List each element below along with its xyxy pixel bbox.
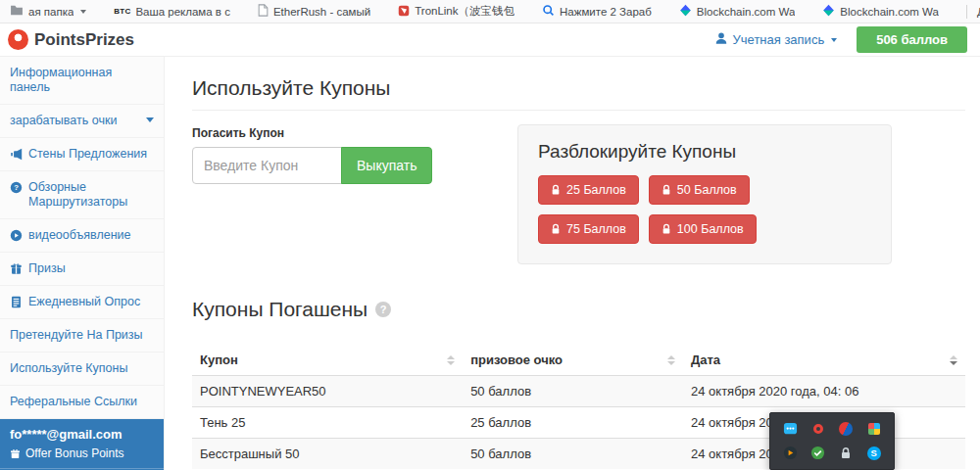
- account-note: Offer Bonus Points: [25, 446, 124, 460]
- column-header-coupon[interactable]: Купон: [192, 345, 463, 376]
- bookmarks-bar: ая папка BTC Ваша реклама в с EtherRush …: [0, 0, 980, 24]
- sidebar-item-label: Обзорные Маршрутизаторы: [28, 180, 154, 210]
- tray-chat-icon[interactable]: [782, 421, 798, 437]
- unlock-button-label: 50 Баллов: [677, 183, 737, 197]
- sort-icon: [447, 355, 455, 365]
- table-row: POINTYNEWYEAR50 50 баллов 24 октября 202…: [192, 376, 965, 407]
- bookmark-blockchain-2[interactable]: Blockchain.com Wa: [822, 4, 939, 19]
- search-icon: [542, 4, 555, 19]
- system-tray-popup: S: [769, 412, 895, 470]
- bookmark-label: Blockchain.com Wa: [697, 6, 796, 18]
- sidebar-item-use-coupons[interactable]: Используйте Купоны: [0, 352, 164, 386]
- sidebar-item-label: Стены Предложения: [28, 147, 147, 162]
- caret-down-icon: [831, 38, 837, 42]
- sidebar-item-prizes[interactable]: Призы: [0, 253, 164, 286]
- sidebar-item-daily-poll[interactable]: Ежедневный Опрос: [0, 286, 164, 319]
- cell-coupon: POINTYNEWYEAR50: [192, 376, 463, 407]
- lock-icon: [551, 184, 561, 196]
- points-badge[interactable]: 506 баллов: [857, 26, 967, 53]
- cell-points: 50 баллов: [463, 376, 683, 407]
- sidebar-item-label: Информационная панель: [10, 66, 154, 95]
- redeem-form: Погасить Купон Выкупать: [192, 126, 432, 184]
- sidebar-item-survey-routers[interactable]: ? Обзорные Маршрутизаторы: [0, 171, 164, 219]
- sidebar-item-label: Реферальные Ссылки: [10, 395, 137, 409]
- person-icon: [714, 31, 728, 48]
- bookmark-label: TronLink（波宝钱包: [415, 4, 514, 19]
- sidebar: Информационная панель зарабатывать очки …: [0, 57, 165, 470]
- history-title: Купоны Погашены: [192, 298, 368, 321]
- tray-skype-icon[interactable]: S: [867, 446, 881, 460]
- bookmarks-right: Другие закладки: [966, 5, 980, 19]
- play-circle-icon: [10, 229, 23, 242]
- bookmark-label: EtherRush - самый: [273, 6, 370, 18]
- question-circle-icon: ?: [10, 181, 23, 194]
- bookmark-tronlink[interactable]: TronLink（波宝钱包: [398, 4, 514, 19]
- sidebar-item-label: Призы: [28, 261, 66, 276]
- unlock-button-label: 75 Баллов: [566, 222, 626, 236]
- page-title: Используйте Купоны: [192, 76, 965, 100]
- sort-icon: [667, 355, 675, 365]
- prize-icon: [10, 262, 23, 275]
- sidebar-item-referral-links[interactable]: Реферальные Ссылки: [0, 386, 164, 419]
- tray-lock-icon[interactable]: [838, 446, 854, 461]
- pointsprizes-logo-icon: [8, 29, 28, 50]
- tray-color-grid-icon[interactable]: [866, 421, 882, 437]
- lock-icon: [662, 184, 671, 196]
- btc-icon: BTC: [114, 7, 130, 16]
- unlock-50-button[interactable]: 50 Баллов: [649, 175, 750, 205]
- sidebar-item-video-ads[interactable]: видеообъявление: [0, 219, 164, 253]
- chevron-down-icon: [146, 118, 154, 122]
- redeem-coupon-label: Погасить Купон: [192, 126, 432, 140]
- unlock-75-button[interactable]: 75 Баллов: [538, 214, 639, 244]
- bookmark-ad[interactable]: BTC Ваша реклама в с: [114, 6, 230, 18]
- tray-red-ring-icon[interactable]: [810, 421, 826, 437]
- column-header-date[interactable]: Дата: [683, 345, 965, 376]
- blockchain-icon: [679, 4, 692, 19]
- column-header-points[interactable]: призовое очко: [463, 345, 683, 376]
- bookmark-label: Нажмите 2 Зараб: [560, 6, 652, 18]
- sidebar-item-label: видеообъявление: [28, 228, 131, 243]
- tray-green-check-icon[interactable]: [810, 446, 826, 461]
- svg-text:?: ?: [14, 183, 19, 192]
- divider: [192, 110, 965, 111]
- cell-date: 24 октября 2020 года, 04: 06: [683, 376, 965, 407]
- sidebar-item-label: зарабатывать очки: [10, 114, 117, 128]
- divider: [966, 5, 967, 19]
- help-icon[interactable]: ?: [375, 302, 391, 317]
- sidebar-item-offer-walls[interactable]: Стены Предложения: [0, 138, 164, 171]
- tray-media-player-icon[interactable]: [782, 446, 798, 461]
- coupon-input[interactable]: [192, 147, 342, 184]
- megaphone-icon: [10, 148, 23, 161]
- lock-icon: [551, 223, 561, 235]
- document-icon: [258, 4, 269, 19]
- sidebar-item-label: Претендуйте На Призы: [10, 328, 143, 343]
- bookmark-folder[interactable]: ая папка: [10, 5, 86, 18]
- tray-red-blue-app-icon[interactable]: [838, 421, 854, 437]
- blockchain-icon: [822, 4, 835, 19]
- unlock-25-button[interactable]: 25 Баллов: [538, 175, 639, 205]
- account-menu[interactable]: Учетная запись: [714, 31, 838, 48]
- sidebar-item-earn-points[interactable]: зарабатывать очки: [0, 105, 164, 138]
- account-label: Учетная запись: [733, 32, 825, 47]
- brand-name: PointsPrizes: [34, 30, 134, 50]
- unlock-button-label: 100 Баллов: [677, 222, 744, 236]
- redeem-button[interactable]: Выкупать: [341, 147, 432, 184]
- sidebar-item-claim-prizes[interactable]: Претендуйте На Призы: [0, 319, 164, 352]
- bookmark-click-earn[interactable]: Нажмите 2 Зараб: [542, 4, 652, 19]
- bookmark-etherrush[interactable]: EtherRush - самый: [258, 4, 370, 19]
- tronlink-icon: [398, 5, 410, 19]
- bookmark-label: ая папка: [28, 6, 74, 18]
- sidebar-item-dashboard[interactable]: Информационная панель: [0, 57, 164, 105]
- sort-icon: [950, 355, 957, 365]
- bookmark-blockchain-1[interactable]: Blockchain.com Wa: [679, 4, 796, 19]
- folder-icon: [10, 5, 24, 18]
- unlock-100-button[interactable]: 100 Баллов: [649, 214, 757, 244]
- sidebar-account-gmail[interactable]: fo*****@gmail.com Offer Bonus Points: [0, 419, 164, 469]
- brand-logo[interactable]: PointsPrizes: [8, 29, 134, 50]
- unlock-button-label: 25 Баллов: [566, 183, 626, 197]
- cell-coupon: Тень 25: [192, 407, 463, 439]
- cell-coupon: Бесстрашный 50: [192, 439, 463, 470]
- bookmark-label: Ваша реклама в с: [135, 6, 230, 18]
- survey-icon: [10, 296, 23, 308]
- sidebar-item-label: Используйте Купоны: [10, 361, 127, 376]
